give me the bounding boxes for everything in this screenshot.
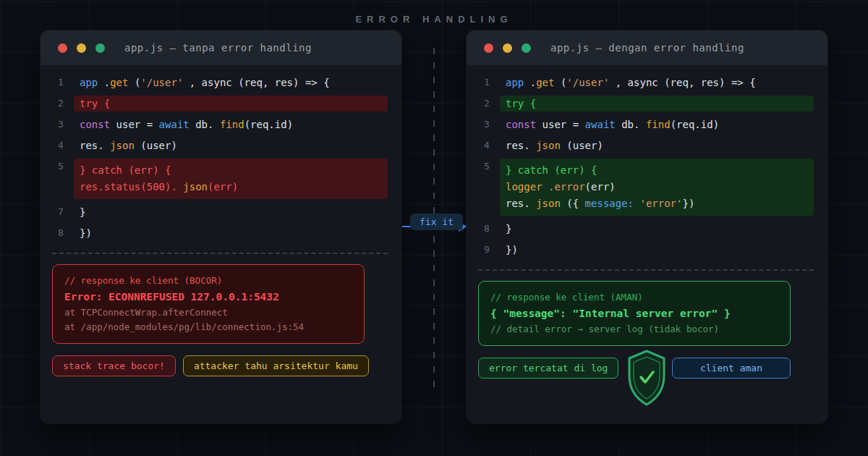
zoom-button-icon[interactable] [522, 43, 531, 53]
status-badge: error tercatat di log [478, 358, 618, 379]
code-text-line: app .get ('/user' , async (req, res) => … [506, 75, 808, 90]
response-main-line: { "message": "Internal server error" } [490, 305, 778, 322]
response-main-line: Error: ECONNREFUSED 127.0.0.1:5432 [64, 288, 352, 305]
code-text-line: } catch (err) { [80, 162, 382, 179]
code-line: 4res. json (user) [484, 138, 827, 153]
line-number: 2 [484, 96, 495, 111]
code-editor: 1app .get ('/user' , async (req, res) =>… [41, 65, 401, 241]
code-text-line: res. json (user) [80, 138, 382, 153]
minimize-button-icon[interactable] [77, 43, 86, 53]
code-text: } [74, 204, 388, 220]
code-line: 8}) [58, 225, 401, 241]
status-badge: client aman [672, 358, 791, 379]
code-token: json [536, 140, 561, 151]
code-text: const user = await db. find(req.id) [74, 117, 388, 132]
code-token: ( [554, 77, 566, 88]
page-title: ERROR HANDLING [0, 14, 868, 25]
close-button-icon[interactable] [484, 43, 493, 53]
code-token: 'error' [639, 198, 682, 209]
fix-it-label: fix it [410, 214, 463, 230]
code-line: 9}) [484, 242, 827, 258]
status-badge: stack trace bocor! [52, 355, 176, 376]
code-token: try { [80, 98, 110, 109]
code-text-line: logger .error(err) [506, 179, 808, 195]
code-token: (err) [208, 181, 238, 193]
code-token: logger [506, 181, 542, 193]
response-details: // detail error → server log (tidak boco… [490, 322, 778, 337]
code-token: await [159, 119, 190, 130]
code-token: (user) [135, 140, 177, 151]
response-comment: // response ke client (AMAN) [490, 290, 778, 305]
code-text-line: res. json ({ message: 'error'}) [506, 195, 808, 212]
line-number: 8 [58, 225, 69, 241]
shield-check-icon [625, 348, 668, 408]
code-token: get [110, 77, 128, 88]
highlighted-code: try { [500, 96, 814, 111]
line-number: 3 [58, 117, 69, 132]
line-number: 4 [484, 138, 495, 153]
code-line: 3const user = await db. find(req.id) [484, 117, 827, 132]
code-text-line: }) [80, 225, 382, 241]
code-token: find [220, 119, 244, 130]
response-detail-line: at TCPConnectWrap.afterConnect [64, 305, 352, 320]
code-text: res. json (user) [500, 138, 814, 153]
code-token: user = [536, 119, 584, 130]
dashed-divider [52, 253, 388, 254]
code-token: json [183, 181, 208, 193]
window-title: app.js — tanpa error handling [124, 42, 312, 54]
code-text: app .get ('/user' , async (req, res) => … [74, 75, 388, 90]
code-line: 8} [484, 221, 827, 237]
code-token: message: [585, 198, 634, 209]
zoom-button-icon[interactable] [95, 43, 105, 53]
code-token: (req.id) [671, 119, 719, 130]
code-token: find [646, 119, 671, 130]
code-text-line: } [506, 221, 808, 237]
line-number: 4 [58, 138, 69, 153]
code-text-line: app .get ('/user' , async (req, res) => … [80, 75, 382, 90]
code-token: . [98, 77, 110, 88]
window-titlebar: app.js — tanpa error handling [41, 30, 401, 65]
response-comment: // response ke client (BOCOR) [64, 274, 352, 288]
code-line: 5} catch (err) {res.status(500). json(er… [58, 159, 401, 199]
code-line: 3const user = await db. find(req.id) [58, 117, 401, 132]
code-token: const [506, 119, 536, 130]
code-token: '/user' [566, 77, 609, 88]
code-token: } catch (err) { [506, 164, 597, 176]
code-text-line: }) [506, 242, 808, 258]
code-text-line: const user = await db. find(req.id) [506, 117, 808, 132]
highlighted-code: } catch (err) {res.status(500). json(err… [74, 159, 388, 199]
code-text-line: try { [80, 96, 382, 111]
response-box-safe: // response ke client (AMAN) { "message"… [478, 281, 791, 346]
close-button-icon[interactable] [58, 43, 67, 53]
code-token: }) [506, 244, 518, 256]
minimize-button-icon[interactable] [503, 43, 512, 53]
code-token: .error [548, 181, 585, 193]
code-text: }) [74, 225, 388, 241]
code-line: 1app .get ('/user' , async (req, res) =>… [58, 75, 401, 90]
code-text-line: res. json (user) [506, 138, 808, 153]
code-line: 1app .get ('/user' , async (req, res) =>… [484, 75, 827, 90]
code-token: res.status(500). [80, 181, 183, 193]
code-text: app .get ('/user' , async (req, res) => … [500, 75, 814, 90]
response-detail-line: // detail error → server log (tidak boco… [490, 322, 778, 337]
response-box-leaky: // response ke client (BOCOR) Error: ECO… [52, 264, 365, 344]
line-number: 5 [484, 159, 495, 174]
code-token: (user) [561, 140, 603, 151]
code-token: ( [128, 77, 140, 88]
code-token: app [506, 77, 524, 88]
code-token: (req.id) [244, 119, 293, 130]
code-token: db. [190, 119, 220, 130]
highlighted-code: try { [74, 96, 388, 111]
highlighted-code: } catch (err) {logger .error(err)res. js… [500, 159, 814, 216]
code-token: db. [616, 119, 646, 130]
code-token: json [110, 140, 135, 151]
code-text: const user = await db. find(req.id) [500, 117, 814, 132]
response-details: at TCPConnectWrap.afterConnectat /app/no… [64, 305, 352, 334]
code-text: }) [500, 242, 814, 258]
code-line: 2try { [58, 96, 401, 111]
code-text-line: res.status(500). json(err) [80, 179, 382, 195]
code-text-line: try { [506, 96, 808, 111]
line-number: 7 [58, 204, 69, 220]
dashed-divider [478, 269, 814, 271]
code-line: 5} catch (err) {logger .error(err)res. j… [484, 159, 827, 216]
